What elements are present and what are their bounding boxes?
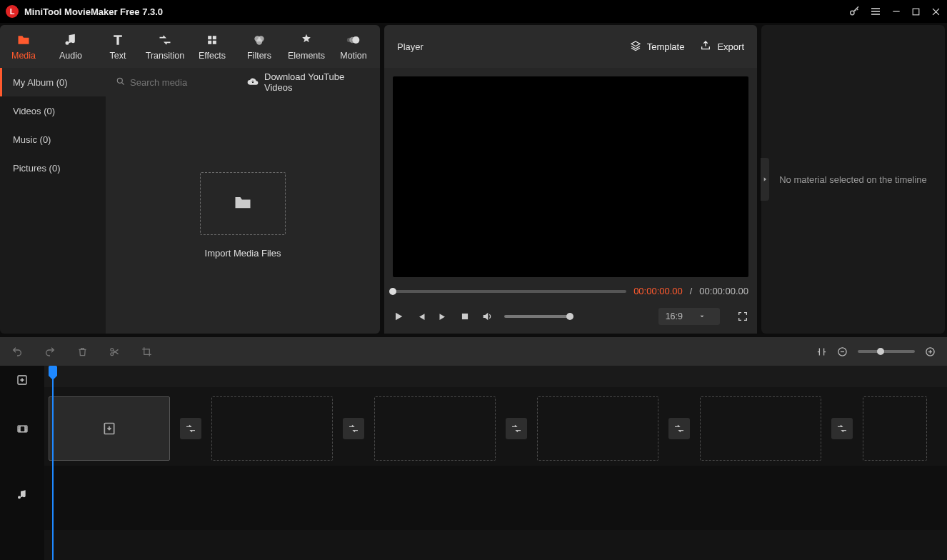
- tab-effects[interactable]: Effects: [189, 25, 236, 68]
- zoom-out-icon[interactable]: [837, 346, 848, 357]
- stop-button-icon[interactable]: [460, 311, 470, 321]
- svg-rect-19: [18, 426, 27, 432]
- svg-rect-4: [208, 40, 211, 44]
- library-panel: Media Audio Text Transition Effects Filt…: [0, 25, 380, 334]
- volume-thumb[interactable]: [566, 313, 573, 320]
- scissors-icon[interactable]: [109, 346, 120, 357]
- clip-slot-drop-target[interactable]: [49, 396, 170, 461]
- key-icon[interactable]: [848, 6, 860, 17]
- tab-audio[interactable]: Audio: [47, 25, 94, 68]
- svg-rect-1: [913, 9, 919, 15]
- fullscreen-icon[interactable]: [737, 311, 748, 322]
- svg-rect-3: [213, 36, 216, 39]
- aspect-ratio-select[interactable]: 16:9: [658, 308, 720, 325]
- svg-point-12: [117, 78, 122, 83]
- tab-elements[interactable]: Elements: [283, 25, 330, 68]
- timeline-tracks[interactable]: [44, 366, 947, 560]
- sidebar-item-music[interactable]: Music (0): [0, 125, 106, 154]
- svg-rect-13: [462, 314, 468, 319]
- playhead-line[interactable]: [52, 366, 54, 560]
- timeline-ruler[interactable]: [44, 366, 947, 387]
- search-wrapper: [116, 76, 230, 89]
- app-title: MiniTool MovieMaker Free 7.3.0: [24, 6, 163, 17]
- inspector-collapse-handle[interactable]: [761, 158, 769, 201]
- seek-slider[interactable]: [393, 290, 626, 293]
- search-input[interactable]: [130, 77, 230, 88]
- sidebar-item-videos[interactable]: Videos (0): [0, 96, 106, 125]
- clip-slot[interactable]: [374, 396, 496, 461]
- cloud-download-icon: [247, 76, 259, 89]
- audio-track-icon[interactable]: [16, 489, 28, 501]
- app-logo-icon: L: [6, 5, 19, 18]
- seek-thumb[interactable]: [389, 288, 396, 295]
- download-youtube-button[interactable]: Download YouTube Videos: [247, 71, 370, 93]
- hamburger-menu-icon[interactable]: [870, 6, 881, 17]
- media-category-sidebar: My Album (0) Videos (0) Music (0) Pictur…: [0, 68, 106, 334]
- delete-icon[interactable]: [77, 346, 88, 357]
- svg-point-15: [111, 352, 114, 355]
- clip-slot[interactable]: [700, 396, 821, 461]
- folder-icon: [233, 192, 253, 214]
- inspector-empty-message: No material selected on the timeline: [779, 174, 927, 185]
- svg-point-0: [851, 11, 854, 14]
- zoom-in-icon[interactable]: [925, 346, 936, 357]
- library-tabs: Media Audio Text Transition Effects Filt…: [0, 25, 380, 68]
- tab-filters[interactable]: Filters: [236, 25, 283, 68]
- prev-frame-icon[interactable]: [416, 311, 426, 322]
- redo-icon[interactable]: [44, 346, 56, 357]
- export-icon: [700, 40, 711, 54]
- template-icon: [630, 40, 641, 54]
- timeline-toolbar: [0, 337, 947, 366]
- zoom-slider[interactable]: [858, 350, 915, 353]
- tab-transition[interactable]: Transition: [141, 25, 189, 68]
- player-panel: Player Template Export 00:00: [384, 25, 757, 334]
- template-button[interactable]: Template: [630, 40, 685, 54]
- transition-slot-icon[interactable]: [668, 418, 690, 439]
- timeline-fit-icon[interactable]: [816, 346, 827, 357]
- svg-point-11: [347, 37, 352, 42]
- clip-slot[interactable]: [211, 396, 333, 461]
- chevron-down-icon: [698, 313, 706, 320]
- transition-slot-icon[interactable]: [831, 418, 853, 439]
- export-button[interactable]: Export: [700, 40, 744, 54]
- undo-icon[interactable]: [11, 346, 23, 357]
- video-preview[interactable]: [393, 76, 748, 277]
- transition-slot-icon[interactable]: [343, 418, 364, 439]
- next-frame-icon[interactable]: [438, 311, 449, 322]
- volume-icon[interactable]: [481, 311, 493, 322]
- volume-slider[interactable]: [504, 315, 570, 318]
- sidebar-item-pictures[interactable]: Pictures (0): [0, 154, 106, 182]
- chevron-right-icon: [762, 176, 768, 183]
- clip-slot[interactable]: [863, 396, 927, 461]
- import-media-label: Import Media Files: [205, 248, 281, 259]
- video-track-icon[interactable]: [16, 423, 29, 435]
- audio-track[interactable]: [44, 466, 947, 530]
- clip-slot[interactable]: [537, 396, 658, 461]
- track-gutter: [0, 366, 44, 560]
- player-title: Player: [397, 41, 424, 52]
- transition-slot-icon[interactable]: [180, 418, 201, 439]
- tab-motion[interactable]: Motion: [330, 25, 377, 68]
- title-bar: L MiniTool MovieMaker Free 7.3.0: [0, 0, 947, 23]
- tab-text[interactable]: Text: [94, 25, 141, 68]
- download-youtube-label: Download YouTube Videos: [264, 71, 370, 93]
- play-button-icon[interactable]: [393, 311, 404, 322]
- tab-media[interactable]: Media: [0, 25, 47, 68]
- sidebar-item-my-album[interactable]: My Album (0): [0, 68, 106, 96]
- svg-rect-5: [213, 40, 216, 44]
- zoom-thumb[interactable]: [877, 348, 884, 355]
- window-minimize-icon[interactable]: [891, 6, 901, 16]
- window-close-icon[interactable]: [931, 6, 941, 17]
- add-track-icon[interactable]: [16, 374, 28, 386]
- video-track[interactable]: [44, 394, 947, 463]
- media-content-area: Download YouTube Videos Import Media Fil…: [106, 68, 380, 334]
- time-separator: /: [690, 286, 692, 296]
- import-media-dropzone[interactable]: [200, 172, 286, 235]
- search-icon: [116, 76, 126, 89]
- svg-point-8: [256, 39, 262, 44]
- time-current: 00:00:00.00: [633, 286, 683, 296]
- transition-slot-icon[interactable]: [506, 418, 527, 439]
- window-maximize-icon[interactable]: [911, 7, 921, 16]
- svg-rect-2: [208, 36, 211, 39]
- crop-icon[interactable]: [141, 346, 152, 357]
